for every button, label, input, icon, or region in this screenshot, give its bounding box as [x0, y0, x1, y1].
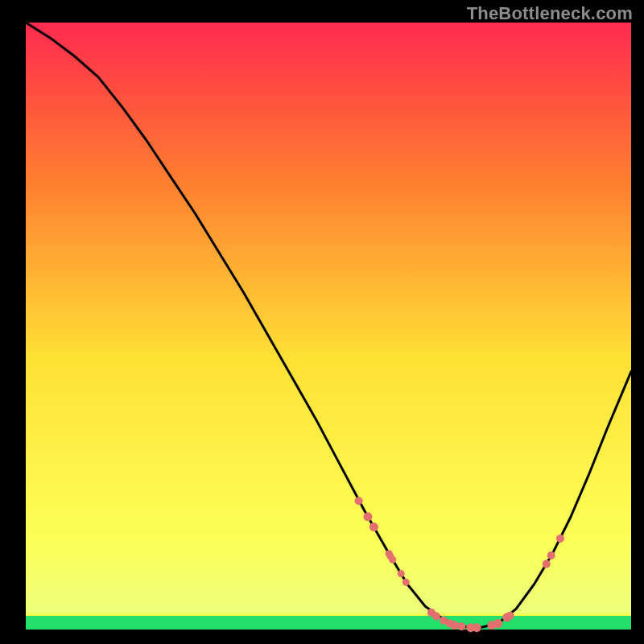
chart-stage: TheBottleneck.com — [0, 0, 644, 644]
data-marker — [547, 551, 555, 559]
data-marker — [432, 612, 440, 620]
gradient-panel — [26, 23, 631, 630]
data-marker — [543, 560, 551, 568]
data-marker — [389, 556, 396, 564]
chart-svg — [0, 0, 644, 644]
data-marker — [556, 535, 564, 543]
data-marker — [450, 621, 459, 630]
data-marker — [473, 623, 481, 632]
watermark-label: TheBottleneck.com — [467, 3, 633, 24]
data-marker — [506, 612, 514, 620]
data-marker — [369, 522, 378, 531]
green-band — [26, 616, 631, 630]
data-marker — [402, 579, 410, 586]
data-marker — [363, 512, 372, 521]
data-marker — [493, 619, 502, 628]
data-marker — [457, 622, 465, 630]
yellow-divider — [26, 613, 631, 616]
data-marker — [398, 570, 405, 577]
data-marker — [355, 497, 363, 505]
